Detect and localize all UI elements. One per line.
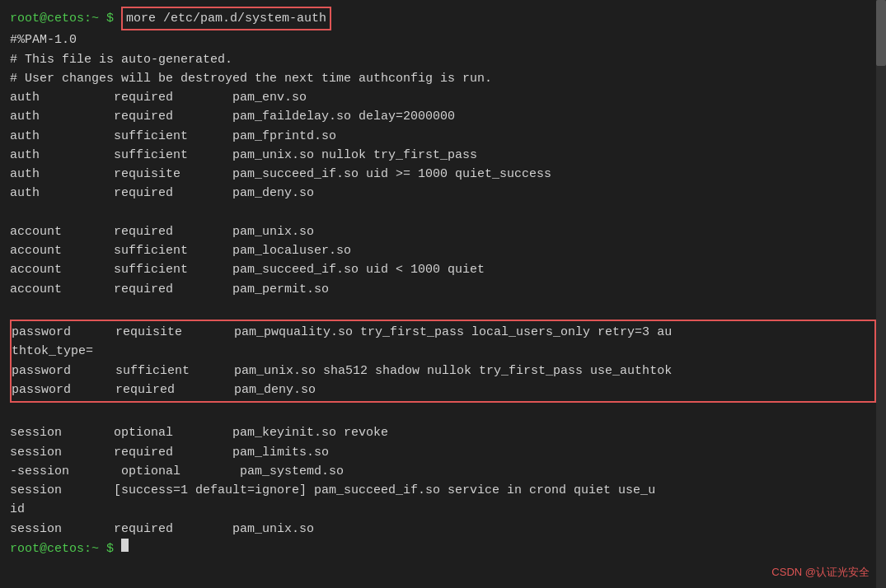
account-line-3: account sufficient pam_succeed_if.so uid…	[10, 260, 876, 279]
command-space	[114, 9, 121, 28]
password-line-3: password required pam_deny.so	[12, 380, 874, 399]
session-line-4: session [success=1 default=ignore] pam_s…	[10, 481, 876, 500]
pam-header1: #%PAM-1.0	[10, 30, 876, 49]
watermark: CSDN @认证光安全	[771, 565, 870, 580]
pam-header2: # This file is auto-generated.	[10, 50, 876, 69]
auth-line-3: auth sufficient pam_fprintd.so	[10, 127, 876, 146]
session-line-1: session optional pam_keyinit.so revoke	[10, 423, 876, 442]
auth-line-1: auth required pam_env.so	[10, 88, 876, 107]
session-line-5: session required pam_unix.so	[10, 520, 876, 539]
password-line-2: password sufficient pam_unix.so sha512 s…	[12, 362, 874, 380]
terminal-cursor	[121, 539, 129, 552]
auth-line-6: auth required pam_deny.so	[10, 184, 876, 203]
empty-1	[10, 203, 876, 222]
password-block: password requisite pam_pwquality.so try_…	[10, 320, 876, 403]
cursor-space	[114, 539, 121, 558]
auth-line-4: auth sufficient pam_unix.so nullok try_f…	[10, 146, 876, 165]
scrollbar-thumb[interactable]	[876, 0, 886, 66]
auth-line-2: auth required pam_faildelay.so delay=200…	[10, 107, 876, 126]
empty-3	[10, 404, 876, 423]
session-line-2: session required pam_limits.so	[10, 443, 876, 462]
auth-line-5: auth requisite pam_succeed_if.so uid >= …	[10, 165, 876, 184]
command-line: root@cetos:~ $ more /etc/pam.d/system-au…	[10, 7, 876, 30]
pam-header3: # User changes will be destroyed the nex…	[10, 69, 876, 88]
scrollbar[interactable]	[876, 0, 886, 588]
password-line-1-cont: thtok_type=	[12, 342, 874, 361]
password-line-1: password requisite pam_pwquality.so try_…	[12, 323, 874, 342]
account-line-4: account required pam_permit.so	[10, 280, 876, 299]
account-line-2: account sufficient pam_localuser.so	[10, 241, 876, 260]
terminal-window: root@cetos:~ $ more /etc/pam.d/system-au…	[0, 0, 886, 588]
session-line-4-cont: id	[10, 500, 876, 519]
prompt-label: root@cetos:~ $	[10, 9, 114, 28]
empty-2	[10, 299, 876, 318]
account-line-1: account required pam_unix.so	[10, 222, 876, 241]
watermark-site: CSDN @	[771, 566, 816, 578]
watermark-handle: 认证光安全	[816, 566, 870, 578]
session-line-3: -session optional pam_systemd.so	[10, 462, 876, 481]
command-text: more /etc/pam.d/system-auth	[121, 7, 331, 30]
final-prompt-label: root@cetos:~ $	[10, 539, 114, 558]
final-prompt-line: root@cetos:~ $	[10, 539, 876, 558]
